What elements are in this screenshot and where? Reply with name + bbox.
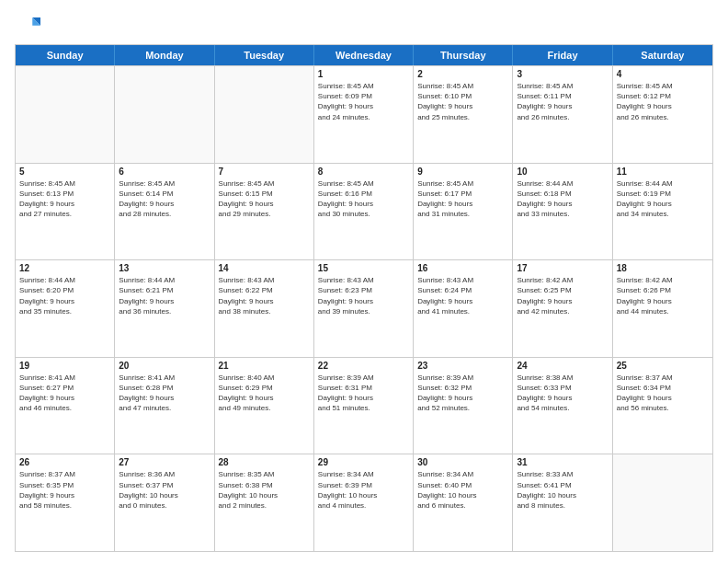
calendar-cell: 29Sunrise: 8:34 AM Sunset: 6:39 PM Dayli… <box>314 454 414 551</box>
calendar-cell: 7Sunrise: 8:45 AM Sunset: 6:15 PM Daylig… <box>215 164 314 260</box>
cell-info: Sunrise: 8:45 AM Sunset: 6:12 PM Dayligh… <box>617 81 709 122</box>
day-number: 8 <box>318 167 409 177</box>
cell-info: Sunrise: 8:33 AM Sunset: 6:41 PM Dayligh… <box>517 469 608 511</box>
day-number: 7 <box>219 167 310 177</box>
calendar-cell: 17Sunrise: 8:42 AM Sunset: 6:25 PM Dayli… <box>513 260 612 357</box>
cell-info: Sunrise: 8:41 AM Sunset: 6:27 PM Dayligh… <box>19 373 110 414</box>
day-number: 21 <box>219 361 310 371</box>
day-number: 28 <box>219 457 310 467</box>
calendar-row: 5Sunrise: 8:45 AM Sunset: 6:13 PM Daylig… <box>16 163 712 260</box>
weekday-header: Tuesday <box>215 45 314 65</box>
calendar-cell: 14Sunrise: 8:43 AM Sunset: 6:22 PM Dayli… <box>215 260 314 357</box>
calendar-cell <box>16 66 115 163</box>
cell-info: Sunrise: 8:45 AM Sunset: 6:09 PM Dayligh… <box>318 81 409 122</box>
cell-info: Sunrise: 8:39 AM Sunset: 6:31 PM Dayligh… <box>318 373 409 414</box>
calendar-cell: 22Sunrise: 8:39 AM Sunset: 6:31 PM Dayli… <box>314 358 414 454</box>
weekday-header: Monday <box>115 45 214 65</box>
day-number: 16 <box>417 263 508 273</box>
day-number: 14 <box>219 263 310 273</box>
cell-info: Sunrise: 8:35 AM Sunset: 6:38 PM Dayligh… <box>219 469 310 511</box>
calendar-header: SundayMondayTuesdayWednesdayThursdayFrid… <box>16 45 712 65</box>
cell-info: Sunrise: 8:43 AM Sunset: 6:23 PM Dayligh… <box>318 275 409 316</box>
calendar-cell: 13Sunrise: 8:44 AM Sunset: 6:21 PM Dayli… <box>115 260 214 357</box>
day-number: 27 <box>119 457 210 467</box>
calendar-cell: 3Sunrise: 8:45 AM Sunset: 6:11 PM Daylig… <box>513 66 612 163</box>
weekday-header: Wednesday <box>314 45 414 65</box>
day-number: 9 <box>417 167 508 177</box>
calendar-cell: 21Sunrise: 8:40 AM Sunset: 6:29 PM Dayli… <box>215 358 314 454</box>
calendar-cell: 16Sunrise: 8:43 AM Sunset: 6:24 PM Dayli… <box>414 260 513 357</box>
logo-icon <box>15 11 40 37</box>
calendar-cell: 30Sunrise: 8:34 AM Sunset: 6:40 PM Dayli… <box>414 454 513 551</box>
calendar-body: 1Sunrise: 8:45 AM Sunset: 6:09 PM Daylig… <box>16 65 712 551</box>
calendar-cell <box>613 454 712 551</box>
cell-info: Sunrise: 8:45 AM Sunset: 6:13 PM Dayligh… <box>19 178 110 220</box>
cell-info: Sunrise: 8:45 AM Sunset: 6:17 PM Dayligh… <box>417 178 508 220</box>
cell-info: Sunrise: 8:42 AM Sunset: 6:25 PM Dayligh… <box>517 275 608 316</box>
calendar-row: 26Sunrise: 8:37 AM Sunset: 6:35 PM Dayli… <box>16 454 712 551</box>
cell-info: Sunrise: 8:45 AM Sunset: 6:16 PM Dayligh… <box>318 178 409 220</box>
cell-info: Sunrise: 8:39 AM Sunset: 6:32 PM Dayligh… <box>417 373 508 414</box>
cell-info: Sunrise: 8:36 AM Sunset: 6:37 PM Dayligh… <box>119 469 210 511</box>
cell-info: Sunrise: 8:43 AM Sunset: 6:24 PM Dayligh… <box>417 275 508 316</box>
calendar-cell: 2Sunrise: 8:45 AM Sunset: 6:10 PM Daylig… <box>414 66 513 163</box>
calendar-cell: 10Sunrise: 8:44 AM Sunset: 6:18 PM Dayli… <box>513 164 612 260</box>
day-number: 10 <box>517 167 608 177</box>
calendar-cell: 6Sunrise: 8:45 AM Sunset: 6:14 PM Daylig… <box>115 164 214 260</box>
calendar-row: 19Sunrise: 8:41 AM Sunset: 6:27 PM Dayli… <box>16 357 712 454</box>
calendar-cell <box>215 66 314 163</box>
header <box>15 11 713 37</box>
calendar: SundayMondayTuesdayWednesdayThursdayFrid… <box>15 44 713 552</box>
cell-info: Sunrise: 8:45 AM Sunset: 6:11 PM Dayligh… <box>517 81 608 122</box>
calendar-cell <box>115 66 214 163</box>
cell-info: Sunrise: 8:42 AM Sunset: 6:26 PM Dayligh… <box>617 275 709 316</box>
calendar-cell: 12Sunrise: 8:44 AM Sunset: 6:20 PM Dayli… <box>16 260 115 357</box>
cell-info: Sunrise: 8:43 AM Sunset: 6:22 PM Dayligh… <box>219 275 310 316</box>
day-number: 29 <box>318 457 409 467</box>
day-number: 17 <box>517 263 608 273</box>
cell-info: Sunrise: 8:45 AM Sunset: 6:15 PM Dayligh… <box>219 178 310 220</box>
calendar-row: 1Sunrise: 8:45 AM Sunset: 6:09 PM Daylig… <box>16 65 712 163</box>
cell-info: Sunrise: 8:40 AM Sunset: 6:29 PM Dayligh… <box>219 373 310 414</box>
day-number: 20 <box>119 361 210 371</box>
day-number: 12 <box>19 263 110 273</box>
day-number: 4 <box>617 69 709 79</box>
calendar-cell: 4Sunrise: 8:45 AM Sunset: 6:12 PM Daylig… <box>613 66 712 163</box>
calendar-cell: 8Sunrise: 8:45 AM Sunset: 6:16 PM Daylig… <box>314 164 414 260</box>
day-number: 19 <box>19 361 110 371</box>
day-number: 31 <box>517 457 608 467</box>
cell-info: Sunrise: 8:38 AM Sunset: 6:33 PM Dayligh… <box>517 373 608 414</box>
day-number: 22 <box>318 361 409 371</box>
calendar-cell: 19Sunrise: 8:41 AM Sunset: 6:27 PM Dayli… <box>16 358 115 454</box>
weekday-header: Sunday <box>16 45 115 65</box>
calendar-cell: 26Sunrise: 8:37 AM Sunset: 6:35 PM Dayli… <box>16 454 115 551</box>
cell-info: Sunrise: 8:44 AM Sunset: 6:19 PM Dayligh… <box>617 178 709 220</box>
calendar-cell: 27Sunrise: 8:36 AM Sunset: 6:37 PM Dayli… <box>115 454 214 551</box>
calendar-cell: 15Sunrise: 8:43 AM Sunset: 6:23 PM Dayli… <box>314 260 414 357</box>
cell-info: Sunrise: 8:44 AM Sunset: 6:18 PM Dayligh… <box>517 178 608 220</box>
calendar-cell: 31Sunrise: 8:33 AM Sunset: 6:41 PM Dayli… <box>513 454 612 551</box>
cell-info: Sunrise: 8:41 AM Sunset: 6:28 PM Dayligh… <box>119 373 210 414</box>
day-number: 24 <box>517 361 608 371</box>
weekday-header: Saturday <box>613 45 712 65</box>
day-number: 6 <box>119 167 210 177</box>
weekday-header: Friday <box>513 45 612 65</box>
cell-info: Sunrise: 8:45 AM Sunset: 6:14 PM Dayligh… <box>119 178 210 220</box>
calendar-cell: 18Sunrise: 8:42 AM Sunset: 6:26 PM Dayli… <box>613 260 712 357</box>
day-number: 5 <box>19 167 110 177</box>
calendar-cell: 24Sunrise: 8:38 AM Sunset: 6:33 PM Dayli… <box>513 358 612 454</box>
calendar-cell: 23Sunrise: 8:39 AM Sunset: 6:32 PM Dayli… <box>414 358 513 454</box>
day-number: 23 <box>417 361 508 371</box>
cell-info: Sunrise: 8:45 AM Sunset: 6:10 PM Dayligh… <box>417 81 508 122</box>
weekday-header: Thursday <box>414 45 513 65</box>
day-number: 11 <box>617 167 709 177</box>
calendar-cell: 25Sunrise: 8:37 AM Sunset: 6:34 PM Dayli… <box>613 358 712 454</box>
day-number: 1 <box>318 69 409 79</box>
calendar-cell: 11Sunrise: 8:44 AM Sunset: 6:19 PM Dayli… <box>613 164 712 260</box>
cell-info: Sunrise: 8:37 AM Sunset: 6:35 PM Dayligh… <box>19 469 110 511</box>
day-number: 25 <box>617 361 709 371</box>
calendar-cell: 9Sunrise: 8:45 AM Sunset: 6:17 PM Daylig… <box>414 164 513 260</box>
page: SundayMondayTuesdayWednesdayThursdayFrid… <box>0 0 728 563</box>
calendar-cell: 20Sunrise: 8:41 AM Sunset: 6:28 PM Dayli… <box>115 358 214 454</box>
cell-info: Sunrise: 8:37 AM Sunset: 6:34 PM Dayligh… <box>617 373 709 414</box>
